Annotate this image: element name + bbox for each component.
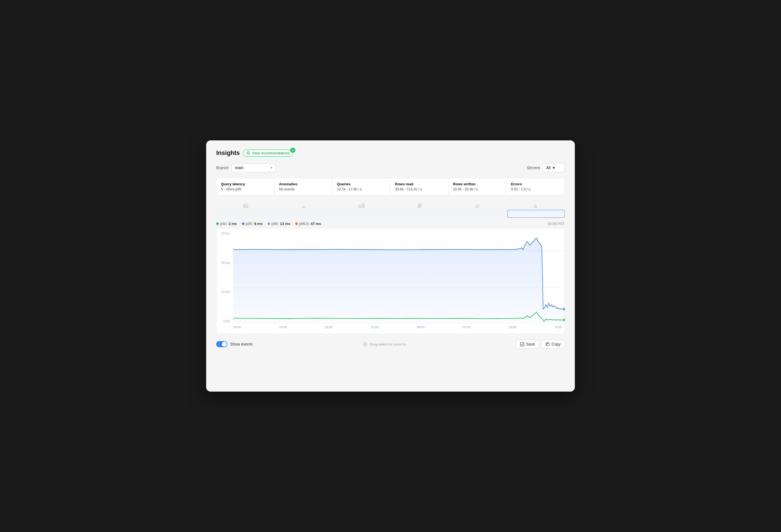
legend-p50: p50: 2 ms: [216, 222, 237, 226]
x-label-6: 10:00: [509, 325, 517, 329]
stat-rows-written: Rows written 10.9k - 29.3k / s: [449, 178, 507, 195]
stat-rows-read: Rows read 39.6k - 714.2k / s: [390, 178, 449, 195]
show-events-label: Show events: [230, 342, 252, 346]
mini-chart-3: [390, 200, 448, 208]
chart-inner: [233, 233, 565, 324]
recommendations-label: View recommendations: [252, 151, 290, 155]
drag-hint-text: Drag-select to zoom in: [370, 342, 406, 346]
branch-label: Branch: [216, 166, 229, 170]
mini-chart-1: [275, 200, 332, 208]
branch-selector: Branch main ▾: [216, 163, 276, 172]
action-buttons: Save Copy: [516, 340, 565, 349]
x-label-0: 16:00: [233, 325, 241, 329]
x-label-2: 22:00: [325, 325, 333, 329]
timeline-cell-2[interactable]: [333, 210, 390, 218]
stats-row: Query latency 5 - 45ms p95 Anomalies No …: [216, 178, 565, 195]
x-label-3: 01:00: [371, 325, 379, 329]
mini-chart-2: [333, 200, 390, 208]
legend-dot-p95: [242, 222, 244, 225]
chevron-down-icon: ▾: [271, 166, 272, 170]
copy-button[interactable]: Copy: [541, 340, 565, 349]
header: Insights View recommendations 2: [216, 149, 565, 157]
y-label-0: 0 ms: [216, 319, 232, 323]
timeline-cell-4[interactable]: [449, 210, 506, 218]
y-label-20: 20 ms: [216, 290, 232, 293]
view-recommendations-button[interactable]: View recommendations 2: [243, 149, 293, 157]
stat-errors: Errors 0.52 - 1.5 / s: [506, 178, 565, 195]
legend-label-p95: p95:: [246, 222, 253, 226]
y-axis: 50 ms 40 ms 20 ms 0 ms: [216, 228, 232, 323]
legend-p999: p99.9: 47 ms: [295, 222, 321, 226]
servers-dropdown[interactable]: All ▾: [542, 163, 565, 172]
x-label-1: 19:00: [279, 325, 287, 329]
chevron-down-icon-servers: ▾: [553, 166, 555, 170]
legend-p95: p95: 6 ms: [242, 222, 262, 226]
stat-anomalies: Anomalies No events: [275, 178, 333, 195]
main-window: Insights View recommendations 2 Branch m…: [206, 140, 575, 392]
stat-value-4: 10.9k - 29.3k / s: [453, 187, 502, 191]
legend-value-p50: 2 ms: [229, 222, 237, 226]
drag-hint: Drag-select to zoom in: [363, 342, 406, 346]
branch-dropdown[interactable]: main ▾: [231, 163, 276, 172]
legend-label-p50: p50:: [220, 222, 227, 226]
stat-query-latency: Query latency 5 - 45ms p95: [216, 178, 275, 195]
stat-value-2: 12.7k - 17.8k / s: [337, 187, 386, 191]
legend-label-p999: p99.9:: [299, 222, 309, 226]
timeline-cell-0[interactable]: [216, 210, 274, 218]
legend-value-p99: 13 ms: [280, 222, 290, 226]
mini-chart-4: [448, 200, 506, 208]
stat-title-5: Errors: [511, 182, 560, 186]
stat-queries: Queries 12.7k - 17.8k / s: [332, 178, 390, 195]
stat-title-2: Queries: [337, 182, 386, 186]
y-label-40: 40 ms: [216, 261, 232, 264]
copy-label: Copy: [551, 342, 561, 346]
stat-title-4: Rows written: [453, 182, 502, 186]
legend-dot-p99: [268, 222, 270, 225]
legend-value-p999: 47 ms: [311, 222, 321, 226]
timeline-selector: [216, 210, 565, 218]
timeline-cell-3[interactable]: [391, 210, 448, 218]
mini-chart-5: [506, 200, 564, 208]
toggle-knob: [222, 342, 227, 347]
save-label: Save: [526, 342, 535, 346]
timeline-cell-5[interactable]: [507, 210, 565, 218]
drag-icon: [363, 342, 367, 346]
chart-svg: [233, 233, 565, 324]
svg-rect-7: [521, 343, 524, 346]
time-label: 15:05 PST: [548, 222, 565, 226]
recommendations-badge: 2: [290, 148, 295, 153]
stat-value-1: No events: [279, 187, 328, 191]
show-events-toggle[interactable]: [216, 341, 228, 347]
legend-label-p99: p99:: [272, 222, 279, 226]
x-axis: 16:00 19:00 22:00 01:00 04:00 07:00 10:0…: [233, 324, 565, 329]
stat-value-0: 5 - 45ms p95: [221, 187, 270, 191]
stat-title-1: Anomalies: [279, 182, 328, 186]
servers-value: All: [546, 166, 550, 170]
stat-title-0: Query latency: [221, 182, 270, 186]
svg-rect-8: [547, 343, 549, 346]
copy-icon: [545, 342, 550, 346]
legend-value-p95: 6 ms: [254, 222, 262, 226]
x-label-7: 13:00: [554, 325, 562, 329]
controls-row: Branch main ▾ Servers All ▾: [216, 163, 565, 172]
legend-dot-p999: [295, 222, 298, 225]
timeline-cell-1[interactable]: [274, 210, 332, 218]
servers-label: Servers: [527, 166, 540, 170]
stat-title-3: Rows read: [395, 182, 444, 186]
main-chart[interactable]: 50 ms 40 ms 20 ms 0 ms: [216, 228, 565, 334]
stat-value-5: 0.52 - 1.5 / s: [511, 187, 560, 191]
page-title: Insights: [216, 149, 240, 157]
x-label-4: 04:00: [417, 325, 424, 329]
servers-selector: Servers All ▾: [527, 163, 565, 172]
lightbulb-icon: [246, 151, 250, 155]
branch-value: main: [235, 166, 243, 170]
svg-point-0: [247, 151, 249, 154]
legend-p99: p99: 13 ms: [268, 222, 290, 226]
save-button[interactable]: Save: [516, 340, 539, 349]
y-label-50: 50 ms: [216, 232, 232, 235]
show-events-control: Show events: [216, 341, 252, 347]
footer: Show events Drag-select to zoom in Save: [216, 339, 565, 349]
mini-chart-0: [217, 200, 275, 208]
legend-dot-p50: [216, 222, 219, 225]
blue-area: [233, 238, 565, 324]
